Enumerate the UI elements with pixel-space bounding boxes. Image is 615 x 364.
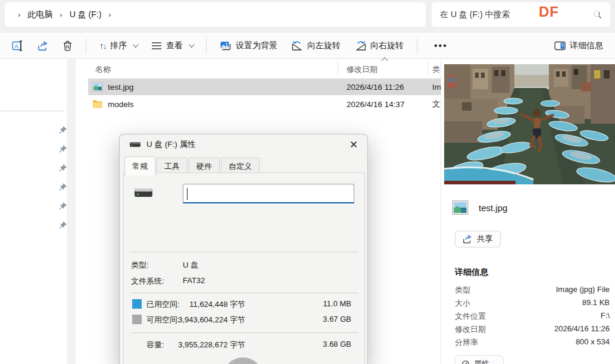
column-headers: 名称 修改日期 类 (76, 59, 441, 77)
file-explorer-window: › 此电脑 › U 盘 (F:) › 在 U 盘 (F:) 中搜索 DF A (0, 0, 615, 364)
command-bar: A ↑↓ 排序 (0, 33, 615, 59)
rename-button[interactable]: A (6, 36, 29, 55)
column-header-type[interactable]: 类 (432, 64, 440, 75)
share-label: 共享 (477, 234, 493, 244)
toolbar-divider (417, 38, 417, 54)
drive-icon (129, 142, 141, 148)
text-caret (187, 188, 188, 200)
chevron-down-icon (189, 42, 195, 48)
toolbar-divider (206, 38, 207, 54)
image-preview[interactable] (444, 64, 615, 184)
pushpin-icon[interactable] (58, 202, 67, 211)
dialog-titlebar[interactable]: U 盘 (F:) 属性 ✕ (120, 134, 367, 155)
detail-value: Image (jpg) File (556, 285, 610, 294)
column-header-modified[interactable]: 修改日期 (346, 64, 377, 75)
search-input[interactable]: 在 U 盘 (F:) 中搜索 (432, 2, 610, 27)
breadcrumb-usb-drive[interactable]: U 盘 (F:) (70, 10, 102, 20)
used-space-size: 11.0 MB (323, 299, 351, 308)
capacity-size: 3.68 GB (323, 340, 351, 349)
dialog-divider (131, 252, 358, 252)
preview-file-header: test.jpg (452, 200, 507, 215)
close-icon[interactable]: ✕ (344, 136, 364, 153)
volume-label-input[interactable] (183, 184, 354, 203)
details-pane: test.jpg 共享 详细信息 类型 Image (jpg) File 大小 … (441, 59, 615, 364)
file-type: Im (432, 83, 441, 92)
preview-file-name: test.jpg (479, 203, 507, 213)
view-button[interactable]: 查看 (145, 36, 199, 55)
rotate-right-label: 向右旋转 (370, 40, 404, 51)
magnifier-icon (593, 10, 602, 19)
properties-icon (461, 360, 470, 364)
ellipsis-icon: ••• (430, 40, 451, 51)
column-separator[interactable] (338, 61, 338, 75)
used-space-swatch (132, 299, 142, 309)
chevron-right-icon: › (108, 10, 111, 19)
sidebar-divider (0, 111, 64, 111)
delete-button[interactable] (57, 36, 79, 55)
column-separator[interactable] (427, 61, 428, 75)
top-chrome: › 此电脑 › U 盘 (F:) › 在 U 盘 (F:) 中搜索 DF (0, 0, 615, 33)
view-icon (151, 42, 162, 50)
free-space-swatch (132, 315, 142, 324)
detail-row-type: 类型 Image (jpg) File (455, 285, 610, 298)
pushpin-icon[interactable] (58, 145, 67, 153)
free-space-label: 可用空间: (146, 315, 180, 325)
details-pane-button[interactable]: 详细信息 (548, 36, 609, 55)
sidebar-scrollbar[interactable] (67, 59, 76, 364)
detail-label: 分辨率 (455, 338, 478, 347)
pushpin-icon[interactable] (58, 183, 67, 192)
detail-row-modified: 修改日期 2026/4/16 11:26 (455, 324, 610, 337)
pushpin-icon[interactable] (58, 221, 67, 230)
type-value: U 盘 (183, 260, 198, 271)
rotate-left-icon (292, 40, 303, 51)
rotate-right-button[interactable]: 向右旋转 (349, 36, 410, 55)
trash-icon (63, 40, 73, 51)
details-pane-icon (554, 41, 566, 51)
rotate-left-button[interactable]: 向左旋转 (286, 36, 346, 55)
search-placeholder: 在 U 盘 (F:) 中搜索 (440, 10, 593, 20)
file-type: 文 (432, 99, 441, 109)
properties-button-partial[interactable]: 属性 (455, 355, 504, 364)
view-label: 查看 (166, 40, 183, 51)
sort-button[interactable]: ↑↓ 排序 (93, 36, 143, 55)
set-background-button[interactable]: 设置为背景 (214, 36, 283, 55)
file-row-models[interactable]: models 2026/4/16 14:37 文 (88, 96, 441, 112)
file-row-test-jpg[interactable]: test.jpg 2026/4/16 11:26 Im (88, 79, 441, 95)
file-modified-date: 2026/4/16 14:37 (346, 100, 405, 109)
detail-value: F:\ (601, 311, 610, 320)
filesystem-value: FAT32 (183, 276, 205, 285)
column-header-name[interactable]: 名称 (95, 64, 111, 75)
dialog-divider (131, 293, 358, 293)
details-section-title: 详细信息 (455, 267, 488, 278)
detail-value: 800 x 534 (576, 337, 610, 346)
share-button[interactable] (32, 36, 54, 55)
chevron-right-icon: › (18, 10, 20, 19)
capacity-label: 容量: (146, 340, 164, 350)
sort-ascending-icon (381, 57, 388, 64)
rotate-left-label: 向左旋转 (307, 40, 341, 51)
tab-general[interactable]: 常规 (124, 156, 155, 175)
dialog-title: U 盘 (F:) 属性 (146, 139, 196, 150)
pushpin-icon[interactable] (58, 125, 67, 134)
more-options-button[interactable]: ••• (424, 36, 457, 55)
share-icon (38, 40, 48, 51)
pushpin-icon[interactable] (58, 164, 67, 172)
share-file-button[interactable]: 共享 (455, 231, 501, 247)
usage-donut-chart (222, 357, 264, 364)
folder-icon (92, 99, 103, 109)
chevron-right-icon: › (60, 10, 62, 19)
image-file-icon (452, 200, 469, 215)
sort-label: 排序 (110, 40, 127, 51)
share-icon (463, 234, 472, 244)
set-background-label: 设置为背景 (236, 40, 277, 51)
filesystem-label: 文件系统: (131, 276, 164, 287)
address-bar[interactable]: › 此电脑 › U 盘 (F:) › (5, 2, 426, 27)
file-modified-date: 2026/4/16 11:26 (346, 83, 404, 92)
properties-label: 属性 (474, 359, 489, 364)
image-file-icon (92, 82, 103, 92)
sort-icon: ↑↓ (99, 40, 106, 51)
detail-row-resolution: 分辨率 800 x 534 (455, 337, 610, 350)
dialog-divider (131, 332, 358, 333)
type-label: 类型: (131, 260, 149, 271)
breadcrumb-this-pc[interactable]: 此电脑 (27, 10, 52, 20)
